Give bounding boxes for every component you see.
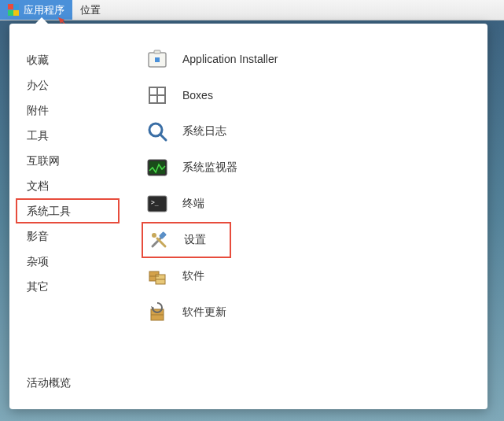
category-other[interactable]: 其它 xyxy=(9,274,126,299)
terminal-icon: >_ xyxy=(145,191,170,216)
activities-overview[interactable]: 活动概览 xyxy=(9,376,126,409)
boxes-icon xyxy=(145,83,170,108)
settings-icon xyxy=(146,227,171,253)
app-terminal[interactable]: >_ 终端 xyxy=(142,186,487,222)
category-tools[interactable]: 工具 xyxy=(9,123,126,148)
applications-dropdown: 收藏 办公 附件 工具 互联网 文档 系统工具 影音 杂项 其它 活动概览 Ap… xyxy=(9,24,487,409)
app-label: Application Installer xyxy=(182,53,278,65)
category-multimedia[interactable]: 影音 xyxy=(9,223,126,249)
top-menu-bar: 应用程序 位置 xyxy=(0,0,504,20)
app-label: 软件更新 xyxy=(182,305,226,319)
locations-menu-label: 位置 xyxy=(80,3,101,17)
monitor-icon xyxy=(145,155,170,180)
category-sidebar: 收藏 办公 附件 工具 互联网 文档 系统工具 影音 杂项 其它 活动概览 xyxy=(9,24,126,409)
category-system-tools[interactable]: 系统工具 xyxy=(16,198,120,223)
applications-menu-label: 应用程序 xyxy=(24,3,64,17)
app-label: 设置 xyxy=(184,233,206,247)
application-list: Application Installer Boxes 系统日志 系统监视器 >… xyxy=(126,24,487,409)
svg-line-9 xyxy=(160,135,166,140)
category-favorites[interactable]: 收藏 xyxy=(9,47,126,72)
app-label: 终端 xyxy=(182,197,204,211)
installer-icon xyxy=(145,46,170,72)
svg-point-17 xyxy=(152,233,156,238)
app-boxes[interactable]: Boxes xyxy=(142,77,487,113)
category-misc[interactable]: 杂项 xyxy=(9,249,126,274)
svg-text:>_: >_ xyxy=(151,199,159,206)
svg-line-16 xyxy=(157,238,165,246)
software-icon xyxy=(145,264,170,289)
svg-rect-4 xyxy=(155,57,160,62)
locations-menu-button[interactable]: 位置 xyxy=(72,0,109,20)
app-system-logs[interactable]: 系统日志 xyxy=(142,113,487,150)
category-internet[interactable]: 互联网 xyxy=(9,148,126,173)
app-label: 系统监视器 xyxy=(182,161,237,175)
category-documents[interactable]: 文档 xyxy=(9,173,126,198)
app-software[interactable]: 软件 xyxy=(142,258,487,294)
apps-logo-icon xyxy=(8,4,20,16)
app-installer[interactable]: Application Installer xyxy=(142,41,487,77)
app-settings[interactable]: 设置 xyxy=(142,222,231,258)
category-accessories[interactable]: 附件 xyxy=(9,98,126,123)
updates-icon xyxy=(145,300,170,325)
app-label: 系统日志 xyxy=(182,124,226,138)
app-label: Boxes xyxy=(182,89,213,102)
category-office[interactable]: 办公 xyxy=(9,72,126,98)
logs-icon xyxy=(145,119,170,144)
app-label: 软件 xyxy=(182,269,204,283)
svg-rect-3 xyxy=(154,50,160,54)
app-system-monitor[interactable]: 系统监视器 xyxy=(142,150,487,186)
app-software-updates[interactable]: 软件更新 xyxy=(142,294,487,331)
